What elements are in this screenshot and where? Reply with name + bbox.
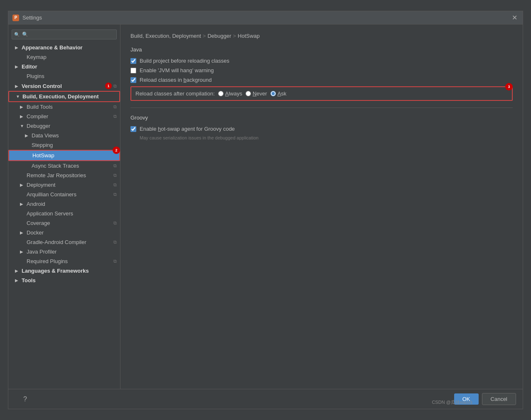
sidebar-item-label: Editor bbox=[22, 63, 117, 70]
arrow-icon: ▶ bbox=[20, 105, 25, 109]
jvm-warning-checkbox[interactable] bbox=[130, 68, 136, 73]
sidebar-item-docker[interactable]: ▶ Docker bbox=[8, 228, 120, 237]
search-icon: 🔍 bbox=[14, 32, 20, 37]
sidebar-item-deployment[interactable]: ▶ Deployment ⧉ bbox=[8, 180, 120, 190]
sidebar-item-label: Gradle-Android Compiler bbox=[27, 239, 112, 245]
copy-icon: ⧉ bbox=[113, 220, 117, 226]
arrow-icon: ▶ bbox=[20, 230, 25, 235]
sidebar-item-label: Plugins bbox=[27, 73, 117, 79]
sidebar-item-label: Build Tools bbox=[27, 104, 112, 110]
sidebar-item-plugins[interactable]: Plugins bbox=[8, 71, 120, 81]
sidebar-item-tools[interactable]: ▶ Tools bbox=[8, 276, 120, 285]
sidebar-item-compiler[interactable]: ▶ Compiler ⧉ bbox=[8, 112, 120, 121]
sidebar-item-label: Required Plugins bbox=[27, 258, 112, 264]
sidebar-item-arquillian[interactable]: Arquillian Containers ⧉ bbox=[8, 190, 120, 199]
sidebar-item-android[interactable]: ▶ Android bbox=[8, 199, 120, 209]
sidebar-item-appearance[interactable]: ▶ Appearance & Behavior bbox=[8, 43, 120, 52]
sidebar-item-app-servers[interactable]: Application Servers bbox=[8, 209, 120, 218]
search-input[interactable] bbox=[12, 29, 117, 39]
sidebar-item-remote-jar[interactable]: Remote Jar Repositories ⧉ bbox=[8, 171, 120, 180]
close-button[interactable]: ✕ bbox=[510, 14, 519, 22]
sidebar-item-label: Java Profiler bbox=[27, 249, 117, 255]
radio-ask-label: Ask bbox=[278, 90, 287, 97]
reload-after-compilation-group: 3 Reload classes after compilation: Alwa… bbox=[130, 86, 513, 101]
radio-always-label: Always bbox=[225, 90, 242, 97]
copy-icon: ⧉ bbox=[113, 259, 117, 264]
arrow-icon: ▶ bbox=[20, 183, 25, 187]
breadcrumb-part-1: Build, Execution, Deployment bbox=[130, 33, 201, 39]
sidebar-item-debugger[interactable]: ▼ Debugger bbox=[8, 121, 120, 131]
annotation-badge-3: 3 bbox=[505, 83, 513, 90]
sidebar-item-build-execution[interactable]: ▼ Build, Execution, Deployment bbox=[8, 91, 120, 102]
arrow-icon: ▶ bbox=[15, 278, 20, 283]
settings-dialog: P Settings ✕ 🔍 ▶ Appearance & Behavior K… bbox=[8, 11, 523, 409]
copy-icon: ⧉ bbox=[113, 173, 117, 178]
radio-group-label: Reload classes after compilation: bbox=[135, 90, 215, 97]
sidebar-item-label: Data Views bbox=[32, 132, 117, 139]
breadcrumb-part-3: HotSwap bbox=[238, 33, 260, 39]
section-java: Java bbox=[130, 46, 513, 53]
breadcrumb: Build, Execution, Deployment > Debugger … bbox=[130, 33, 513, 39]
sidebar-item-hotswap[interactable]: 2 HotSwap bbox=[8, 150, 120, 161]
radio-always-input[interactable] bbox=[218, 91, 224, 96]
sidebar-item-languages[interactable]: ▶ Languages & Frameworks bbox=[8, 266, 120, 276]
sidebar-item-gradle-android[interactable]: Gradle-Android Compiler ⧉ bbox=[8, 237, 120, 247]
arrow-icon: ▶ bbox=[15, 84, 20, 88]
sidebar-item-label: Tools bbox=[22, 277, 117, 283]
copy-icon: ⧉ bbox=[113, 83, 117, 89]
search-box: 🔍 bbox=[12, 29, 117, 39]
radio-never[interactable]: Never bbox=[246, 90, 267, 97]
main-panel: Build, Execution, Deployment > Debugger … bbox=[120, 24, 523, 389]
sidebar-item-data-views[interactable]: ▶ Data Views bbox=[8, 131, 120, 140]
arrow-icon: ▼ bbox=[16, 94, 21, 99]
radio-ask[interactable]: Ask bbox=[270, 90, 287, 97]
arrow-icon: ▶ bbox=[15, 64, 20, 69]
sidebar-item-label: Build, Execution, Deployment bbox=[22, 93, 116, 100]
sidebar-item-coverage[interactable]: Coverage ⧉ bbox=[8, 218, 120, 228]
copy-icon: ⧉ bbox=[113, 104, 117, 110]
sidebar-item-java-profiler[interactable]: ▶ Java Profiler bbox=[8, 247, 120, 256]
content-area: 🔍 ▶ Appearance & Behavior Keymap ▶ Edito… bbox=[8, 24, 523, 389]
radio-never-input[interactable] bbox=[246, 91, 251, 96]
sidebar-item-editor[interactable]: ▶ Editor bbox=[8, 62, 120, 71]
arrow-icon: ▶ bbox=[25, 133, 30, 138]
arrow-icon: ▶ bbox=[15, 45, 20, 50]
groovy-hint: May cause serialization issues in the de… bbox=[130, 135, 513, 140]
sidebar-item-required-plugins[interactable]: Required Plugins ⧉ bbox=[8, 256, 120, 266]
sidebar-item-label: HotSwap bbox=[32, 152, 116, 159]
title-bar: P Settings ✕ bbox=[8, 11, 523, 24]
annotation-badge-2: 2 bbox=[113, 147, 120, 154]
build-before-reload-checkbox[interactable] bbox=[130, 58, 136, 64]
sidebar-item-label: Docker bbox=[27, 230, 117, 236]
sidebar-item-label: Arquillian Containers bbox=[27, 191, 112, 198]
dialog-title: Settings bbox=[22, 15, 42, 21]
sidebar-item-async-stack[interactable]: Async Stack Traces ⧉ bbox=[8, 161, 120, 171]
cancel-button[interactable]: Cancel bbox=[482, 393, 516, 405]
sidebar-item-label: Appearance & Behavior bbox=[22, 44, 117, 51]
checkbox-groovy-hotswap: Enable hot-swap agent for Groovy code bbox=[130, 126, 513, 132]
section-divider bbox=[130, 107, 513, 108]
radio-ask-input[interactable] bbox=[270, 91, 276, 96]
help-button[interactable]: ? bbox=[15, 393, 35, 405]
badge: 1 bbox=[105, 83, 112, 89]
groovy-hotswap-checkbox[interactable] bbox=[130, 126, 136, 132]
sidebar-item-keymap[interactable]: Keymap bbox=[8, 52, 120, 62]
sidebar-item-build-tools[interactable]: ▶ Build Tools ⧉ bbox=[8, 102, 120, 112]
breadcrumb-part-2: Debugger bbox=[207, 33, 231, 39]
sidebar-item-label: Android bbox=[27, 201, 117, 207]
jvm-warning-label: Enable 'JVM will hang' warning bbox=[140, 67, 214, 73]
radio-always[interactable]: Always bbox=[218, 90, 242, 97]
sidebar-item-stepping[interactable]: Stepping bbox=[8, 140, 120, 150]
sidebar-item-label: Coverage bbox=[27, 220, 112, 226]
sidebar-item-version-control[interactable]: ▶ Version Control 1 ⧉ bbox=[8, 81, 120, 91]
sidebar-item-label: Stepping bbox=[32, 142, 117, 148]
reload-background-checkbox[interactable] bbox=[130, 77, 136, 83]
reload-background-label: Reload classes in background bbox=[140, 77, 211, 83]
section-groovy: Groovy bbox=[130, 115, 513, 121]
bottom-bar: ? OK Cancel CSDN @瓜哇xiao白 bbox=[8, 389, 523, 409]
copy-icon: ⧉ bbox=[113, 114, 117, 119]
app-icon: P bbox=[12, 15, 19, 21]
copy-icon: ⧉ bbox=[113, 239, 117, 245]
sidebar-item-label: Keymap bbox=[27, 54, 117, 60]
sidebar-item-label: Languages & Frameworks bbox=[22, 268, 117, 274]
